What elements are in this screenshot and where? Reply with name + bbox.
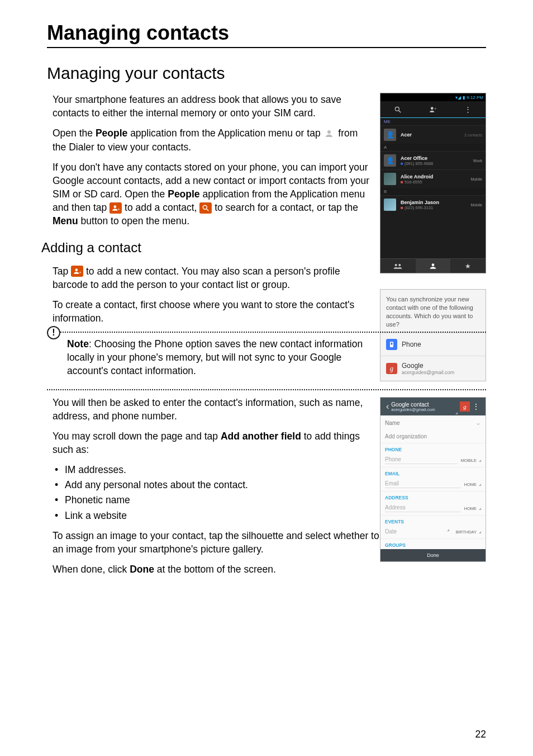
email-field-row[interactable]: Email HOME	[380, 478, 486, 492]
intro-paragraph-2: Open the People application from the App…	[47, 126, 371, 154]
note-icon: !	[47, 326, 60, 339]
svg-point-0	[327, 130, 331, 134]
email-input[interactable]: Email	[385, 480, 461, 488]
contacts-dialer-icon	[323, 127, 335, 140]
address-field-row[interactable]: Address HOME	[380, 502, 486, 516]
date-field-row[interactable]: Date BIRTHDAY	[380, 526, 486, 539]
contacts-tab-icon[interactable]	[416, 258, 451, 273]
main-text-column: Your smartphone features an address book…	[47, 93, 371, 583]
me-section-label: ME	[380, 118, 486, 125]
svg-line-4	[207, 209, 209, 211]
chapter-title: Managing contacts	[47, 21, 486, 48]
avatar: 👤	[384, 129, 396, 141]
svg-point-9	[431, 107, 434, 110]
overflow-menu-icon[interactable]: ⋮	[470, 402, 482, 411]
contact-detail: ■ 516-6555	[401, 179, 466, 185]
phone-field-row[interactable]: Phone MOBILE	[380, 453, 486, 467]
add-contact-paragraph-1: Tap + to add a new contact. You may also…	[47, 264, 371, 291]
phone-input[interactable]: Phone	[385, 456, 458, 464]
add-contact-icon[interactable]: +	[416, 101, 451, 117]
expand-name-icon[interactable]: ⌄	[472, 419, 481, 427]
section-title: Managing your contacts	[47, 64, 486, 83]
list-item: Link a website	[53, 509, 371, 522]
after-paragraph-1: You will then be asked to enter the cont…	[47, 396, 371, 423]
clock-text: 9:12 PM	[467, 95, 483, 100]
after-paragraph-2: You may scroll down the page and tap Add…	[47, 429, 371, 456]
svg-point-13	[432, 263, 435, 266]
text-fragment: to add a new contact. You may also scan …	[53, 266, 340, 290]
text-fragment: Open the	[53, 127, 96, 139]
note-label: Note	[67, 338, 89, 349]
address-input[interactable]: Address	[385, 504, 461, 512]
account-email: acerguides@gmail.com	[391, 408, 454, 412]
svg-point-3	[203, 205, 207, 209]
contact-detail: ■ (022) 695-3131	[401, 205, 466, 210]
svg-point-1	[114, 205, 117, 208]
contact-row[interactable]: Alice Android ■ 516-6555 Mobile	[380, 169, 486, 188]
edit-contact-header: ‹ Google contact acerguides@gmail.com g …	[380, 398, 486, 415]
section-letter-a: A	[380, 144, 486, 151]
subsection-title: Adding a contact	[41, 238, 371, 257]
intro-paragraph-1: Your smartphone features an address book…	[47, 93, 371, 120]
date-input[interactable]: Date	[385, 528, 441, 536]
done-label: Done	[130, 564, 154, 575]
contact-type: Work	[473, 159, 482, 163]
contact-detail: ■ (091) 855-9888	[401, 161, 469, 166]
groups-section-label: GROUPS	[380, 539, 486, 549]
people-app-name: People	[168, 188, 199, 200]
signal-icon: ▾◢	[455, 95, 461, 100]
address-section-label: ADDRESS	[380, 492, 486, 502]
name-field-row[interactable]: Name ⌄	[380, 415, 486, 430]
contact-name: Acer	[401, 132, 460, 138]
add-contact-icon: +	[110, 202, 122, 214]
list-item: Add any personal notes about the contact…	[53, 478, 371, 492]
section-letter-b: B	[380, 188, 486, 195]
avatar	[384, 199, 396, 211]
google-icon: g	[460, 401, 470, 412]
text-fragment: You may scroll down the page and tap	[53, 431, 221, 442]
date-type-selector[interactable]: BIRTHDAY	[456, 530, 481, 535]
contacts-list-screenshot: ▾◢ ▮ 9:12 PM + ⋮ ME 👤 Acer 3 contacts A …	[380, 93, 486, 273]
status-bar: ▾◢ ▮ 9:12 PM	[380, 93, 486, 101]
phone-type-selector[interactable]: MOBILE	[461, 458, 481, 463]
page-number: 22	[475, 729, 486, 740]
edit-contact-screenshot: ‹ Google contact acerguides@gmail.com g …	[380, 397, 486, 562]
after-paragraph-4: When done, click Done at the bottom of t…	[47, 563, 371, 576]
note-callout: ! Note: Choosing the Phone option saves …	[47, 332, 486, 390]
done-button[interactable]: Done	[380, 549, 486, 561]
address-type-selector[interactable]: HOME	[464, 506, 482, 511]
contact-type: Mobile	[470, 177, 482, 181]
note-text: Note: Choosing the Phone option saves th…	[67, 337, 486, 377]
add-field-bullet-list: IM addresses. Add any personal notes abo…	[47, 463, 371, 522]
contact-name: Alice Android	[401, 174, 466, 179]
svg-text:+: +	[79, 271, 82, 275]
add-contact-paragraph-2: To create a contact, first choose where …	[47, 298, 371, 325]
contacts-top-bar: + ⋮	[380, 101, 486, 118]
back-icon[interactable]: ‹	[384, 401, 391, 412]
overflow-menu-icon[interactable]: ⋮	[450, 101, 486, 117]
search-contact-icon	[199, 202, 212, 214]
text-fragment: at the bottom of the screen.	[154, 564, 276, 575]
email-type-selector[interactable]: HOME	[464, 482, 482, 487]
avatar: 👤	[384, 154, 396, 167]
search-icon[interactable]	[380, 101, 416, 117]
contact-row[interactable]: Benjamin Jason ■ (022) 695-3131 Mobile	[380, 195, 486, 214]
svg-point-7	[396, 107, 399, 111]
intro-paragraph-3: If you don't have any contacts stored on…	[47, 160, 371, 228]
favorites-tab-icon[interactable]: ★	[450, 258, 486, 273]
people-app-name: People	[96, 127, 127, 139]
contact-row[interactable]: 👤 Acer Office ■ (091) 855-9888 Work	[380, 151, 486, 169]
dropdown-indicator-icon[interactable]	[455, 412, 458, 414]
name-input[interactable]: Name	[385, 420, 472, 426]
add-organization-row[interactable]: Add organization	[380, 430, 486, 443]
empty-space	[380, 214, 486, 258]
text-fragment: When done, click	[53, 564, 130, 575]
phone-section-label: PHONE	[380, 443, 486, 453]
text-fragment: Tap	[53, 266, 71, 277]
edit-header-title: Google contact acerguides@gmail.com	[391, 401, 454, 412]
me-row[interactable]: 👤 Acer 3 contacts	[380, 125, 486, 144]
groups-tab-icon[interactable]	[380, 258, 416, 273]
contact-name: Benjamin Jason	[401, 200, 466, 205]
menu-button-name: Menu	[53, 215, 78, 226]
text-fragment: application from the Application menu or…	[127, 127, 323, 139]
